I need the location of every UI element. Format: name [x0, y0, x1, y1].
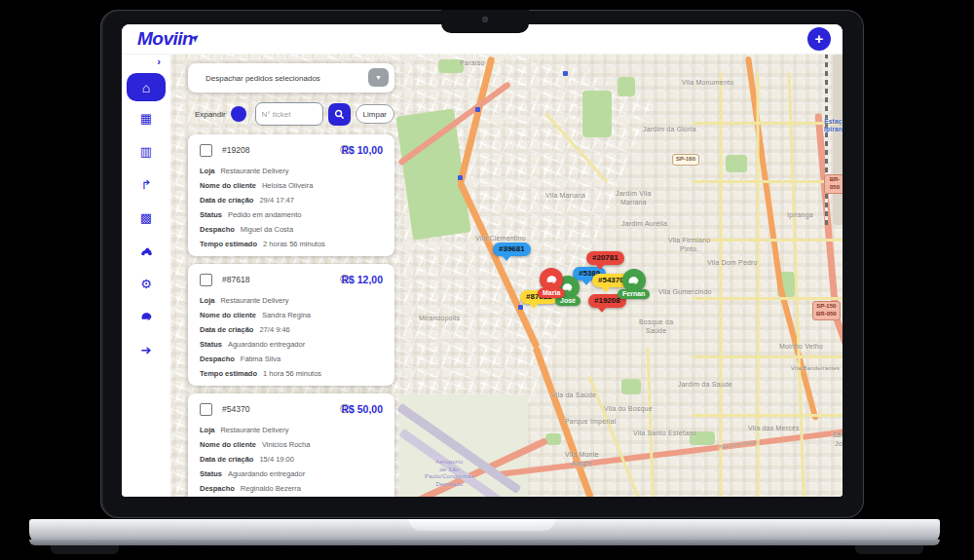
map-place-label: Ipiranga	[787, 211, 813, 220]
order-price: R$ 10,00	[341, 144, 383, 156]
field-value: 27/4 9:46	[259, 325, 289, 334]
map-place-label: Vila Mariana	[545, 192, 585, 201]
app-logo: Moviin	[137, 28, 193, 50]
expand-toggle[interactable]	[234, 108, 244, 121]
map-place-label: Vila Monumento	[682, 79, 733, 88]
field-value: Heloisa Oliveira	[262, 181, 314, 190]
field-label: Loja	[200, 426, 214, 434]
railway	[825, 54, 828, 225]
field-value: Fátima Silva	[241, 355, 281, 363]
sidebar-item-dispatch-export[interactable]: ↱	[127, 168, 166, 201]
map-place-label: Jardim da Glória	[643, 126, 696, 134]
map-place-label: Vila Firmiano Pinto.	[668, 237, 710, 254]
map-place-label: Mirandópolis	[419, 315, 460, 323]
field-value: Restaurante Delivery	[220, 167, 288, 175]
map-place-label: Jardim Aurélia	[621, 220, 667, 229]
map-road	[692, 122, 843, 125]
field-label: Nome do cliente	[200, 311, 256, 319]
sidebar-item-stores-windows[interactable]: ▥	[127, 134, 166, 168]
station-dot	[458, 175, 463, 180]
order-checkbox[interactable]	[200, 144, 212, 157]
dispatch-selected-button[interactable]: Despachar pedidos selecionados ▼	[188, 63, 394, 93]
map-order-marker[interactable]: #39681	[493, 243, 531, 256]
map-park	[545, 433, 561, 445]
order-card: #87618 ⓘ R$ 12,00 LojaRestaurante Delive…	[188, 264, 394, 386]
order-price: R$ 12,00	[341, 274, 383, 285]
map-place-label: Parque Imperial	[565, 418, 616, 427]
field-label: Status	[200, 340, 222, 349]
field-label: Status	[200, 469, 222, 478]
order-checkbox[interactable]	[200, 274, 212, 286]
orders-panel: Despachar pedidos selecionados ▼ Expandi…	[188, 63, 394, 497]
expand-label: Expandir	[195, 110, 226, 119]
field-label: Data de criação	[200, 325, 253, 334]
search-button[interactable]	[328, 103, 351, 126]
order-id: #87618	[222, 275, 249, 284]
map-place-label: Vila Gumercindo	[658, 288, 712, 297]
map-park	[582, 91, 612, 137]
webcam	[482, 17, 488, 22]
field-value: Reginaldo Bezerra	[241, 484, 301, 493]
map-road	[830, 307, 843, 497]
sidebar-item-courier-helmet[interactable]	[127, 300, 166, 333]
map-place-label: Rua Dom Vilares	[719, 438, 759, 450]
map-road	[692, 239, 843, 242]
map-place-label: São Jo	[832, 431, 843, 449]
map-road	[745, 56, 784, 290]
order-id: #54370	[222, 404, 249, 414]
laptop-base	[29, 519, 940, 545]
sidebar-item-logout[interactable]: ➔	[127, 333, 166, 366]
station-dot	[563, 71, 568, 76]
field-value: Sandra Regina	[262, 311, 311, 319]
sidebar-item-settings-gear[interactable]: ⚙	[127, 267, 166, 300]
map-road	[692, 414, 843, 417]
field-value: 15/4 19:00	[259, 455, 293, 464]
map-park	[621, 379, 641, 394]
road-shield: BR-050	[824, 174, 843, 194]
sidebar-item-home[interactable]: ⌂	[127, 73, 166, 101]
field-label: Despacho	[200, 225, 235, 234]
courier-name-label: Maria	[538, 288, 565, 298]
map-order-marker[interactable]: #20781	[586, 251, 624, 265]
map-place-label: Estação Ipiranga	[824, 118, 843, 133]
field-value: Aguardando entregador	[228, 469, 305, 478]
field-label: Nome do cliente	[200, 440, 256, 449]
laptop-display: ParaísoVila MonumentoJardim da GlóriaVil…	[122, 24, 843, 497]
clear-button[interactable]: Limpar	[356, 104, 394, 124]
map-place-label: Bosque da Saúde	[639, 318, 673, 336]
field-label: Tempo estimado	[200, 369, 257, 378]
map-place-label: Moinho Velho	[779, 343, 823, 352]
laptop-foot	[51, 545, 119, 554]
field-label: Data de criação	[200, 455, 253, 464]
map-place-label: Vila Monte Alegre	[565, 451, 599, 468]
ticket-input[interactable]	[255, 102, 323, 126]
map-park	[726, 155, 747, 172]
map-courier-marker[interactable]: Maria	[538, 268, 565, 298]
order-card: #19208 ⓘ R$ 10,00 LojaRestaurante Delive…	[188, 134, 394, 256]
sidebar-item-qr-grid[interactable]: ▩	[127, 201, 166, 234]
sidebar-item-orders-table[interactable]: ▦	[127, 101, 166, 134]
field-value: Vinicios Rocha	[262, 440, 310, 449]
add-button[interactable]: +	[807, 27, 831, 51]
map-buildings	[833, 54, 843, 225]
screenshot-stage: ParaísoVila MonumentoJardim da GlóriaVil…	[0, 0, 974, 560]
map-place-label: Vila das Mercês	[748, 425, 800, 433]
map-road	[692, 297, 843, 300]
courier-name-label: Fernan	[618, 289, 650, 299]
field-value: Aguardando entregador	[228, 340, 305, 349]
road-shield: SP-150 BR-050	[812, 301, 841, 320]
map-place-label: Vila Bandeirantes	[791, 365, 840, 373]
dispatch-caret-button[interactable]: ▼	[368, 68, 389, 87]
field-label: Data de criação	[200, 196, 253, 205]
laptop-notch	[441, 10, 529, 33]
sidebar-item-delivery-moto[interactable]	[127, 234, 166, 267]
field-label: Loja	[200, 296, 214, 305]
courier-helmet-icon	[140, 311, 153, 323]
order-checkbox[interactable]	[200, 403, 212, 416]
map-courier-marker[interactable]: Fernan	[618, 269, 650, 299]
laptop-lid-scoop	[409, 519, 555, 531]
map-road	[457, 180, 541, 349]
field-value: Restaurante Delivery	[220, 296, 288, 305]
map-road	[692, 180, 843, 183]
sidebar-collapse-chevron-icon[interactable]: ›	[157, 56, 161, 67]
